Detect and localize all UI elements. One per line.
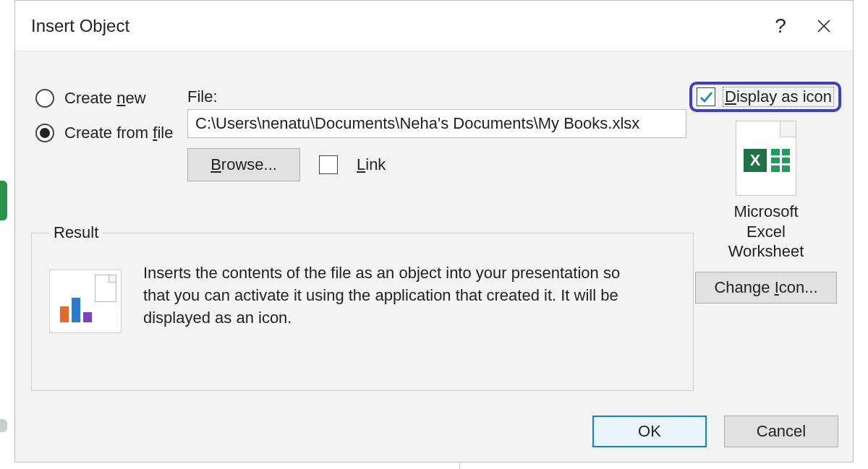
radio-icon bbox=[35, 89, 54, 108]
file-area: File: C:\Users\nenatu\Documents\Neha's D… bbox=[187, 87, 686, 181]
background-accent bbox=[0, 462, 868, 469]
insert-object-dialog: Insert Object ? Create new Create from f… bbox=[14, 0, 854, 462]
create-from-file-radio[interactable]: Create from file bbox=[35, 124, 173, 142]
help-icon: ? bbox=[775, 14, 786, 38]
icon-caption-line: Worksheet bbox=[728, 241, 804, 262]
close-button[interactable] bbox=[802, 9, 846, 43]
radio-label: Create new bbox=[64, 89, 146, 108]
link-checkbox[interactable] bbox=[319, 155, 338, 174]
background-accent bbox=[0, 419, 7, 432]
checkbox-box bbox=[697, 87, 715, 106]
result-description: Inserts the contents of the file as an o… bbox=[143, 262, 650, 329]
dialog-title: Insert Object bbox=[31, 16, 759, 36]
ok-label: OK bbox=[638, 422, 661, 441]
icon-caption-line: Microsoft bbox=[728, 202, 804, 222]
dialog-button-row: OK Cancel bbox=[592, 416, 838, 447]
radio-label: Create from file bbox=[64, 124, 173, 142]
result-preview-icon bbox=[49, 270, 122, 333]
result-groupbox: Result Inserts the contents of the file … bbox=[31, 223, 694, 391]
icon-caption: Microsoft Excel Worksheet bbox=[728, 202, 804, 262]
dialog-body: Create new Create from file File: C:\Use… bbox=[15, 51, 853, 462]
create-new-radio[interactable]: Create new bbox=[35, 89, 173, 108]
background-accent bbox=[0, 181, 7, 220]
display-as-icon-label: Display as icon bbox=[723, 87, 834, 107]
excel-file-icon: X bbox=[736, 121, 796, 196]
background-accent bbox=[459, 462, 460, 469]
link-label: Link bbox=[357, 155, 386, 174]
cancel-label: Cancel bbox=[757, 422, 806, 441]
file-path-input[interactable]: C:\Users\nenatu\Documents\Neha's Documen… bbox=[187, 109, 686, 138]
file-label: File: bbox=[187, 87, 686, 106]
cancel-button[interactable]: Cancel bbox=[724, 416, 838, 447]
close-icon bbox=[816, 18, 832, 34]
radio-icon bbox=[35, 124, 54, 142]
check-icon bbox=[698, 89, 714, 105]
file-path-value: C:\Users\nenatu\Documents\Neha's Documen… bbox=[195, 114, 639, 133]
icon-caption-line: Excel bbox=[728, 222, 804, 242]
change-icon-button[interactable]: Change Icon... bbox=[695, 272, 837, 304]
dialog-titlebar: Insert Object ? bbox=[15, 1, 853, 51]
change-icon-label: Change Icon... bbox=[714, 278, 817, 297]
help-button[interactable]: ? bbox=[759, 9, 802, 43]
source-radio-group: Create new Create from file bbox=[35, 89, 173, 142]
browse-label: Browse... bbox=[210, 155, 277, 174]
result-legend: Result bbox=[49, 223, 103, 242]
ok-button[interactable]: OK bbox=[592, 416, 707, 447]
browse-button[interactable]: Browse... bbox=[187, 148, 300, 181]
display-as-icon-checkbox[interactable]: Display as icon bbox=[689, 82, 841, 112]
icon-preview-column: X Microsoft Excel Worksheet Change Icon.… bbox=[694, 118, 838, 304]
